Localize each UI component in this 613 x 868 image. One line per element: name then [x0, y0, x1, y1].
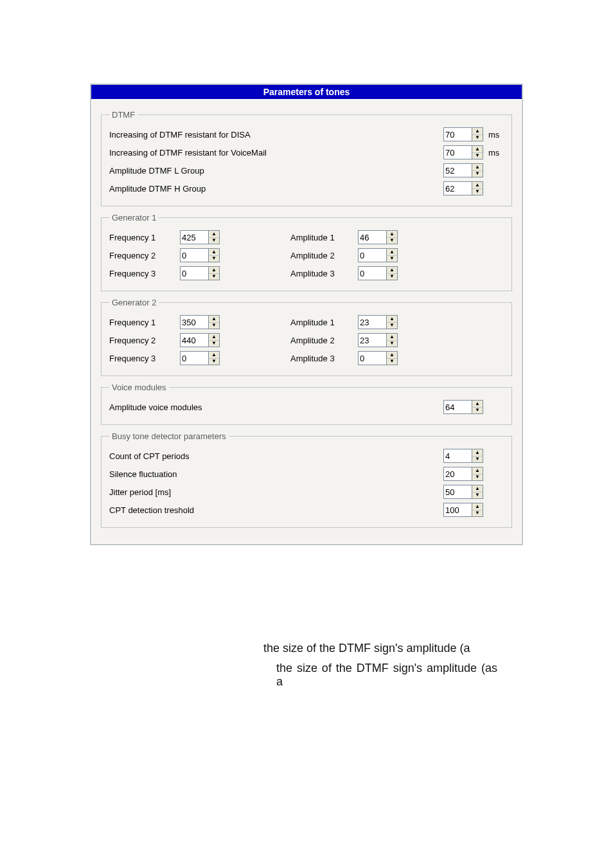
gen2-freq3-spinner[interactable]: ▲▼ — [180, 351, 220, 365]
voice-amp-input[interactable] — [443, 400, 472, 414]
spin-down-icon[interactable]: ▼ — [209, 323, 219, 329]
dtmf-disa-input[interactable] — [443, 127, 472, 141]
jitter-period-spinner[interactable]: ▲▼ — [443, 485, 483, 499]
spin-down-icon[interactable]: ▼ — [209, 341, 219, 347]
gen1-freq1-input[interactable] — [180, 230, 208, 244]
spin-down-icon[interactable]: ▼ — [209, 274, 219, 280]
spin-down-icon[interactable]: ▼ — [472, 153, 483, 159]
dtmf-voicemail-spinner[interactable]: ▲ ▼ — [443, 145, 483, 159]
spin-down-icon[interactable]: ▼ — [472, 408, 483, 414]
spin-down-icon[interactable]: ▼ — [387, 323, 397, 329]
dtmf-lgroup-input[interactable] — [443, 163, 472, 177]
document-body-text: the size of the DTMF sign's amplitude (a… — [90, 642, 523, 689]
dtmf-voicemail-input[interactable] — [443, 145, 472, 159]
generator2-legend: Generator 2 — [109, 298, 159, 307]
gen2-amp1-spinner[interactable]: ▲▼ — [358, 315, 398, 329]
spin-down-icon[interactable]: ▼ — [387, 359, 397, 365]
dtmf-disa-label: Increasing of DTMF resistant for DISA — [109, 130, 443, 140]
spin-up-icon[interactable]: ▲ — [472, 485, 483, 493]
spin-down-icon[interactable]: ▼ — [472, 475, 483, 481]
dtmf-legend: DTMF — [109, 110, 138, 120]
spin-up-icon[interactable]: ▲ — [209, 334, 219, 341]
gen1-freq2-spinner[interactable]: ▲▼ — [180, 248, 220, 262]
dtmf-voicemail-unit: ms — [488, 148, 504, 158]
gen2-amp2-spinner[interactable]: ▲▼ — [358, 333, 398, 347]
dtmf-hgroup-spinner[interactable]: ▲ ▼ — [443, 181, 483, 195]
gen2-freq1-label: Frequency 1 — [109, 318, 180, 327]
spin-down-icon[interactable]: ▼ — [472, 457, 483, 463]
spin-up-icon[interactable]: ▲ — [472, 401, 483, 408]
spin-down-icon[interactable]: ▼ — [472, 511, 483, 517]
voice-amp-spinner[interactable]: ▲▼ — [443, 400, 483, 414]
cpt-periods-spinner[interactable]: ▲▼ — [443, 449, 483, 463]
gen1-amp2-spinner[interactable]: ▲▼ — [358, 248, 398, 262]
gen1-amp3-input[interactable] — [358, 266, 386, 280]
jitter-period-input[interactable] — [443, 485, 472, 499]
voice-modules-legend: Voice modules — [109, 383, 169, 392]
spin-down-icon[interactable]: ▼ — [387, 238, 397, 244]
spin-down-icon[interactable]: ▼ — [472, 189, 483, 195]
spin-up-icon[interactable]: ▲ — [472, 146, 483, 153]
cpt-threshold-input[interactable] — [443, 503, 472, 517]
spin-up-icon[interactable]: ▲ — [472, 503, 483, 511]
spin-down-icon[interactable]: ▼ — [387, 341, 397, 347]
spin-down-icon[interactable]: ▼ — [209, 238, 219, 244]
dtmf-disa-spinner[interactable]: ▲ ▼ — [443, 127, 483, 141]
gen1-amp2-input[interactable] — [358, 248, 386, 262]
cpt-periods-input[interactable] — [443, 449, 472, 463]
gen2-freq3-input[interactable] — [180, 351, 208, 365]
spin-up-icon[interactable]: ▲ — [209, 267, 219, 274]
silence-fluct-spinner[interactable]: ▲▼ — [443, 467, 483, 481]
gen1-amp1-label: Amplitude 1 — [290, 233, 358, 242]
body-line-1: the size of the DTMF sign's amplitude (a — [116, 642, 497, 655]
spin-down-icon[interactable]: ▼ — [472, 493, 483, 499]
spin-up-icon[interactable]: ▲ — [387, 352, 397, 359]
spin-down-icon[interactable]: ▼ — [209, 359, 219, 365]
gen2-freq2-label: Frequency 2 — [109, 336, 180, 345]
spin-down-icon[interactable]: ▼ — [472, 135, 483, 141]
spin-down-icon[interactable]: ▼ — [387, 256, 397, 262]
spin-up-icon[interactable]: ▲ — [472, 164, 483, 171]
body-line-2: the size of the DTMF sign's amplitude (a… — [116, 662, 497, 689]
spin-up-icon[interactable]: ▲ — [209, 231, 219, 238]
gen2-freq1-input[interactable] — [180, 315, 208, 329]
gen2-freq2-input[interactable] — [180, 333, 208, 347]
spin-down-icon[interactable]: ▼ — [472, 171, 483, 177]
gen1-amp1-input[interactable] — [358, 230, 386, 244]
spin-up-icon[interactable]: ▲ — [387, 249, 397, 256]
gen1-freq3-spinner[interactable]: ▲▼ — [180, 266, 220, 280]
spin-up-icon[interactable]: ▲ — [387, 316, 397, 323]
gen1-amp3-spinner[interactable]: ▲▼ — [358, 266, 398, 280]
gen2-freq1-spinner[interactable]: ▲▼ — [180, 315, 220, 329]
spin-up-icon[interactable]: ▲ — [209, 352, 219, 359]
gen1-freq3-input[interactable] — [180, 266, 208, 280]
dtmf-lgroup-spinner[interactable]: ▲ ▼ — [443, 163, 483, 177]
spin-up-icon[interactable]: ▲ — [387, 267, 397, 274]
spin-up-icon[interactable]: ▲ — [472, 449, 483, 457]
cpt-threshold-spinner[interactable]: ▲▼ — [443, 503, 483, 517]
gen1-freq2-input[interactable] — [180, 248, 208, 262]
dtmf-hgroup-label: Amplitude DTMF H Group — [109, 184, 443, 194]
gen2-amp3-input[interactable] — [358, 351, 386, 365]
generator1-legend: Generator 1 — [109, 213, 159, 222]
gen1-amp3-label: Amplitude 3 — [290, 269, 358, 278]
spin-up-icon[interactable]: ▲ — [387, 231, 397, 238]
spin-down-icon[interactable]: ▼ — [387, 274, 397, 280]
spin-up-icon[interactable]: ▲ — [209, 316, 219, 323]
gen2-amp2-input[interactable] — [358, 333, 386, 347]
gen2-freq2-spinner[interactable]: ▲▼ — [180, 333, 220, 347]
spin-up-icon[interactable]: ▲ — [472, 467, 483, 475]
gen1-freq2-label: Frequency 2 — [109, 251, 180, 260]
dtmf-hgroup-input[interactable] — [443, 181, 472, 195]
spin-down-icon[interactable]: ▼ — [209, 256, 219, 262]
spin-up-icon[interactable]: ▲ — [209, 249, 219, 256]
gen1-amp2-label: Amplitude 2 — [290, 251, 358, 260]
silence-fluct-input[interactable] — [443, 467, 472, 481]
gen2-amp1-input[interactable] — [358, 315, 386, 329]
spin-up-icon[interactable]: ▲ — [387, 334, 397, 341]
gen2-amp3-spinner[interactable]: ▲▼ — [358, 351, 398, 365]
spin-up-icon[interactable]: ▲ — [472, 182, 483, 189]
gen1-freq1-spinner[interactable]: ▲▼ — [180, 230, 220, 244]
gen1-amp1-spinner[interactable]: ▲▼ — [358, 230, 398, 244]
spin-up-icon[interactable]: ▲ — [472, 128, 483, 135]
